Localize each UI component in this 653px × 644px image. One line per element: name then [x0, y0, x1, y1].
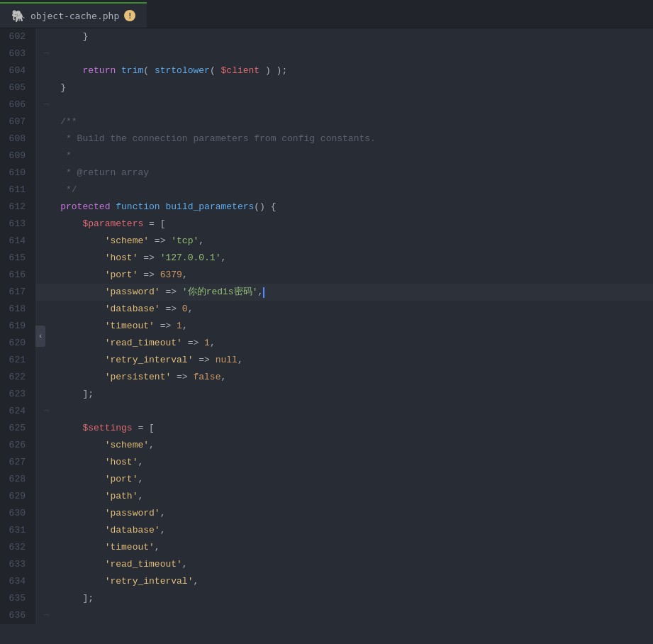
code-line: 626 'scheme',	[0, 437, 653, 454]
line-number: 609	[0, 148, 35, 165]
line-number: 610	[0, 165, 35, 182]
code-line: 618 'database' => 0,	[0, 301, 653, 318]
line-number: 607	[0, 113, 35, 131]
code-line: 603 ¬	[0, 45, 653, 62]
line-number: 620	[0, 335, 35, 352]
line-number: 633	[0, 556, 35, 573]
line-code: 'port',	[35, 471, 143, 488]
code-line: 610 * @return array	[0, 165, 653, 182]
code-line: 615 'host' => '127.0.0.1',	[0, 250, 653, 267]
line-code: 'host' => '127.0.0.1',	[35, 250, 226, 267]
line-number: 615	[0, 250, 35, 267]
line-number: 612	[0, 199, 35, 216]
code-line: 619 'timeout' => 1,	[0, 318, 653, 335]
line-number: 608	[0, 131, 35, 148]
line-code: 'persistent' => false,	[35, 369, 226, 386]
line-number: 634	[0, 573, 35, 590]
line-number: 619	[0, 318, 35, 335]
code-line: 607 /**	[0, 113, 653, 131]
code-line: 625 $settings = [	[0, 420, 653, 437]
line-number: 629	[0, 488, 35, 505]
code-line: 608 * Build the connection parameters fr…	[0, 131, 653, 148]
code-line: 611 */	[0, 182, 653, 199]
tab-filename: object-cache.php	[30, 11, 119, 21]
line-code: ];	[35, 590, 94, 607]
code-line: 606 ¬	[0, 96, 653, 113]
line-number: 627	[0, 454, 35, 471]
line-number: 635	[0, 590, 35, 607]
line-number: 616	[0, 267, 35, 284]
code-line: 620 'read_timeout' => 1,	[0, 335, 653, 352]
code-line: 605 }	[0, 79, 653, 96]
active-tab[interactable]: 🐘 object-cache.php !	[0, 2, 147, 28]
line-code: return trim( strtolower( $client ) );	[35, 62, 287, 79]
line-number: 622	[0, 369, 35, 386]
code-editor[interactable]: ‹ 602 }603 ¬604 return trim( strtolower(…	[0, 28, 653, 644]
line-number: 618	[0, 301, 35, 318]
code-line: 624 ¬	[0, 403, 653, 420]
line-number: 604	[0, 62, 35, 79]
line-code: 'password',	[35, 505, 165, 522]
code-line: 635 ];	[0, 590, 653, 607]
code-line: 623 ];	[0, 386, 653, 403]
line-code: * Build the connection parameters from c…	[35, 131, 376, 148]
line-code: 'read_timeout' => 1,	[35, 335, 216, 352]
line-code: 'database',	[35, 522, 165, 539]
line-code: 'timeout' => 1,	[35, 318, 188, 335]
code-line: 630 'password',	[0, 505, 653, 522]
line-number: 606	[0, 96, 35, 113]
code-line: 602 }	[0, 28, 653, 45]
line-code: * @return array	[35, 165, 149, 182]
line-number: 613	[0, 216, 35, 233]
code-line: 613 $parameters = [	[0, 216, 653, 233]
line-number: 605	[0, 79, 35, 96]
code-line: 616 'port' => 6379,	[0, 267, 653, 284]
line-code: 'path',	[35, 488, 143, 505]
line-code: 'database' => 0,	[35, 301, 193, 318]
line-code: 'scheme',	[35, 437, 155, 454]
line-code: ¬	[35, 403, 50, 420]
code-line: 609 *	[0, 148, 653, 165]
line-number: 632	[0, 539, 35, 556]
line-code: 'password' => '你的redis密码',	[35, 284, 264, 301]
code-line: 621 'retry_interval' => null,	[0, 352, 653, 369]
code-line: 627 'host',	[0, 454, 653, 471]
code-line: 628 'port',	[0, 471, 653, 488]
code-line: 622 'persistent' => false,	[0, 369, 653, 386]
line-number: 624	[0, 403, 35, 420]
editor-window: 🐘 object-cache.php ! ‹ 602 }603 ¬604 ret…	[0, 0, 653, 644]
php-elephant-icon: 🐘	[11, 9, 26, 23]
line-code: 'host',	[35, 454, 143, 471]
line-number: 625	[0, 420, 35, 437]
tab-bar: 🐘 object-cache.php !	[0, 0, 653, 28]
line-code: ];	[35, 386, 94, 403]
line-code: 'timeout',	[35, 539, 160, 556]
line-code: 'scheme' => 'tcp',	[35, 233, 204, 250]
code-line: 614 'scheme' => 'tcp',	[0, 233, 653, 250]
line-code: }	[35, 79, 66, 96]
code-line: 633 'read_timeout',	[0, 556, 653, 573]
code-line: 636 ¬	[0, 607, 653, 624]
line-code: ¬	[35, 96, 50, 113]
code-line: 631 'database',	[0, 522, 653, 539]
line-code: }	[35, 28, 88, 45]
line-code: 'retry_interval',	[35, 573, 199, 590]
lines-container: 602 }603 ¬604 return trim( strtolower( $…	[0, 28, 653, 644]
line-number: 617	[0, 284, 35, 301]
line-code: 'retry_interval' => null,	[35, 352, 243, 369]
line-code: 'read_timeout',	[35, 556, 188, 573]
code-line: 632 'timeout',	[0, 539, 653, 556]
line-code: ¬	[35, 45, 50, 62]
line-number: 603	[0, 45, 35, 62]
line-code: */	[35, 182, 77, 199]
line-number: 611	[0, 182, 35, 199]
code-line: 629 'path',	[0, 488, 653, 505]
line-number: 623	[0, 386, 35, 403]
code-line: 634 'retry_interval',	[0, 573, 653, 590]
line-code: 'port' => 6379,	[35, 267, 188, 284]
line-number: 602	[0, 28, 35, 45]
line-code: $settings = [	[35, 420, 155, 437]
line-number: 631	[0, 522, 35, 539]
collapse-arrow[interactable]: ‹	[35, 326, 45, 347]
line-number: 614	[0, 233, 35, 250]
